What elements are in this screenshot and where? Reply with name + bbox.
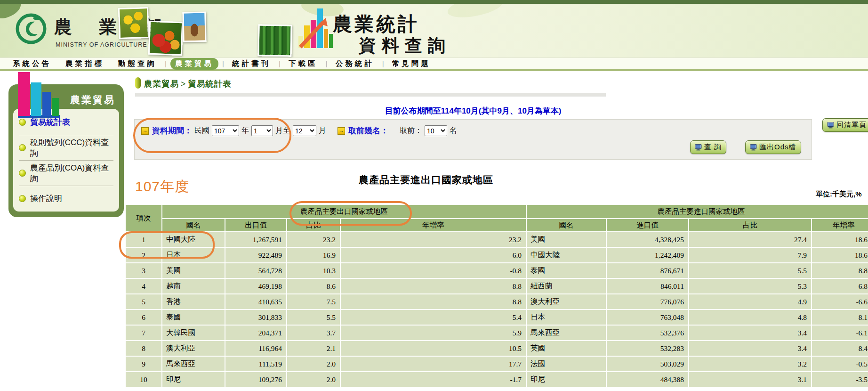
query-button-label: 查 詢	[704, 143, 722, 152]
nav-item-7[interactable]: 常見問題	[388, 58, 435, 69]
cell-import-country: 印尼	[526, 372, 606, 387]
content-area: 農業貿易 貿易統計表稅則號列(CCC)資料查詢農產品別(COA)資料查詢操作說明…	[0, 71, 868, 391]
col-header-import-value: 進口值	[606, 219, 689, 232]
cell-import-share: 3.1	[689, 372, 812, 387]
bullet-icon	[19, 195, 26, 202]
cell-rank: 4	[125, 278, 162, 294]
cell-import-country: 中國大陸	[526, 247, 606, 263]
cell-export-value: 116,964	[225, 341, 287, 356]
sidebar-item-label: 操作說明	[30, 193, 62, 204]
cell-import-growth: 8.4	[812, 341, 868, 356]
cell-export-country: 日本	[162, 247, 225, 263]
query-form-row: → 資料期間： 民國 107 年 1 月至 12 月 → 取前幾名： 取前： 1…	[141, 125, 457, 136]
top-n-select[interactable]: 10	[425, 125, 447, 136]
cell-import-growth: 8.8	[812, 263, 868, 278]
nav-item-0[interactable]: 系統公告	[8, 58, 56, 69]
breadcrumb-page[interactable]: 貿易統計表	[188, 79, 232, 89]
cell-export-country: 越南	[162, 278, 225, 294]
bullet-icon	[19, 144, 26, 151]
top-n-suffix: 名	[450, 126, 457, 136]
export-ods-button[interactable]: 匯出Ods檔	[745, 140, 801, 154]
trade-table-body: 1中國大陸1,267,59123.223.2美國4,328,42527.418.…	[125, 232, 868, 387]
ministry-logo-icon	[14, 11, 48, 47]
breadcrumb-separator: >	[179, 79, 188, 89]
year-suffix: 年	[241, 126, 249, 136]
cell-import-country: 法國	[526, 356, 606, 372]
nav-item-2[interactable]: 動態查詢	[114, 58, 161, 69]
cell-export-growth: 8.8	[340, 294, 526, 310]
sidebar-item-3[interactable]: 操作說明	[19, 186, 113, 211]
bamboo-photo	[257, 24, 292, 57]
nav-item-1[interactable]: 農業指標	[61, 58, 108, 69]
report-title: 農產品主要進出口國家或地區	[134, 173, 718, 187]
cell-import-value: 532,283	[606, 341, 689, 356]
leaf-decoration	[446, 4, 505, 20]
cell-export-share: 8.6	[287, 278, 340, 294]
nav-separator: |	[222, 59, 224, 68]
nav-item-4[interactable]: 統計書刊	[228, 58, 275, 69]
cell-rank: 9	[125, 356, 162, 372]
cell-export-value: 564,728	[225, 263, 287, 278]
query-button[interactable]: 查 詢	[690, 140, 726, 154]
col-header-export-growth: 年增率	[340, 219, 526, 232]
cell-rank: 6	[125, 310, 162, 325]
breadcrumb-underline	[135, 93, 606, 97]
era-label: 民國	[194, 126, 209, 136]
cell-import-share: 3.2	[689, 356, 812, 372]
header-banner: 農 業 部 MINISTRY OF AGRICULTURE 農業統計 資料查詢	[0, 4, 868, 57]
site-title-line1: 農業統計	[333, 11, 419, 37]
breadcrumb: 農業貿易>貿易統計表	[144, 78, 232, 90]
monitor-icon	[750, 144, 757, 151]
back-to-list-button[interactable]: 回清單頁	[822, 118, 868, 132]
export-group-header: 農產品主要出口國家或地區	[162, 204, 526, 219]
cattle-photo	[182, 12, 206, 42]
nav-item-6[interactable]: 公務統計	[331, 58, 378, 69]
cell-export-share: 2.0	[287, 372, 340, 387]
bullet-icon	[19, 119, 26, 126]
trade-table: 項次 農產品主要出口國家或地區 農產品主要進口國家或地區 國名 出口值 占比 年…	[125, 204, 868, 388]
bar-chart-arrow-icon	[298, 6, 335, 53]
cell-import-value: 876,671	[606, 263, 689, 278]
cell-rank: 10	[125, 372, 162, 387]
period-label: 資料期間：	[152, 125, 192, 136]
cell-import-share: 5.5	[689, 263, 812, 278]
cell-import-share: 27.4	[689, 232, 812, 247]
cell-export-share: 10.3	[287, 263, 340, 278]
nav-item-3[interactable]: 農業貿易	[170, 58, 218, 70]
sidebar-chart-bar-green	[52, 98, 59, 116]
sunflower-photo	[118, 7, 149, 39]
cell-import-share: 3.4	[689, 341, 812, 356]
table-row-3: 3美國564,72810.3-0.8泰國876,6715.58.8	[125, 263, 868, 278]
cell-rank: 2	[125, 247, 162, 263]
sidebar-menu: 貿易統計表稅則號列(CCC)資料查詢農產品別(COA)資料查詢操作說明	[13, 109, 119, 212]
cell-import-share: 5.3	[689, 278, 812, 294]
nav-separator: |	[326, 59, 328, 68]
month-to-select[interactable]: 12	[293, 125, 316, 136]
monitor-icon	[695, 144, 702, 151]
year-select[interactable]: 107	[212, 125, 239, 136]
cell-import-country: 馬來西亞	[526, 325, 606, 341]
top-n-label: 取前幾名：	[348, 125, 388, 136]
col-header-export-value: 出口值	[225, 219, 287, 232]
unit-label: 單位:千美元,%	[816, 190, 862, 199]
nav-separator: |	[382, 59, 384, 68]
bullet-icon	[19, 170, 26, 177]
cell-export-country: 印尼	[162, 372, 225, 387]
cell-import-growth: -6.1	[812, 325, 868, 341]
back-to-list-button-label: 回清單頁	[836, 121, 867, 130]
table-row-5: 5香港410,6357.58.8澳大利亞776,0764.9-6.6	[125, 294, 868, 310]
cell-import-country: 澳大利亞	[526, 294, 606, 310]
cell-import-country: 美國	[526, 232, 606, 247]
export-ods-button-label: 匯出Ods檔	[759, 143, 796, 152]
monitor-icon	[827, 122, 834, 129]
nav-item-5[interactable]: 下載區	[284, 58, 322, 69]
cell-export-share: 16.9	[287, 247, 340, 263]
breadcrumb-section[interactable]: 農業貿易	[144, 79, 179, 89]
cell-import-value: 846,011	[606, 278, 689, 294]
sidebar-item-2[interactable]: 農產品別(COA)資料查詢	[19, 161, 113, 186]
cell-import-growth: -3.5	[812, 372, 868, 387]
cell-rank: 1	[125, 232, 162, 247]
sidebar-item-1[interactable]: 稅則號列(CCC)資料查詢	[19, 135, 113, 161]
cell-import-growth: 6.8	[812, 278, 868, 294]
month-from-select[interactable]: 1	[251, 125, 273, 136]
